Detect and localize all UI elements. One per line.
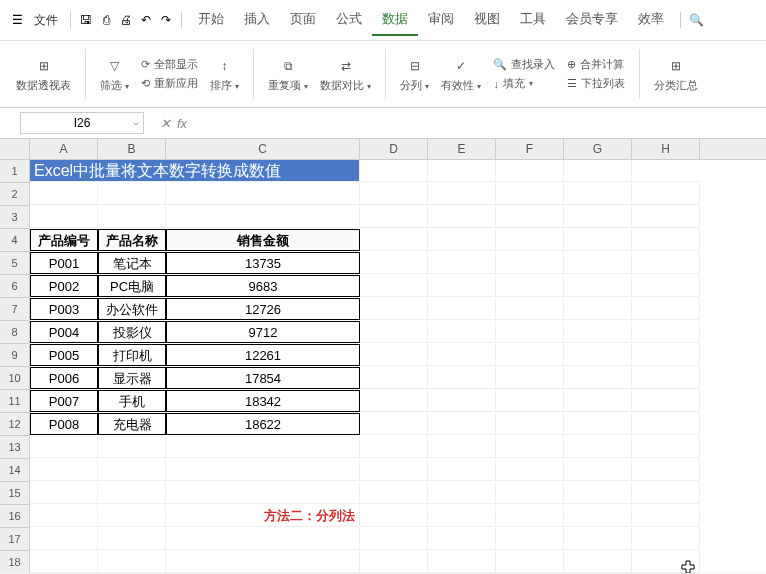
row-header-10[interactable]: 10 (0, 367, 30, 390)
cell[interactable] (496, 206, 564, 228)
cell[interactable] (360, 206, 428, 228)
print-icon[interactable]: 🖨 (117, 11, 135, 29)
tab-2[interactable]: 页面 (280, 4, 326, 36)
cell[interactable] (98, 459, 166, 481)
row-header-1[interactable]: 1 (0, 160, 30, 183)
pivot-table-button[interactable]: ⊞ 数据透视表 (12, 54, 75, 95)
cell[interactable] (428, 413, 496, 435)
print-preview-icon[interactable]: ⎙ (97, 11, 115, 29)
cell[interactable] (496, 551, 564, 573)
cell[interactable] (360, 298, 428, 320)
row-header-5[interactable]: 5 (0, 252, 30, 275)
cell[interactable] (360, 275, 428, 297)
cell[interactable] (360, 229, 428, 251)
data-cell-name[interactable]: 办公软件 (98, 298, 166, 320)
cell[interactable] (632, 298, 700, 320)
data-compare-button[interactable]: ⇄ 数据对比 ▾ (316, 54, 375, 95)
cell[interactable] (564, 528, 632, 550)
data-cell-id[interactable]: P002 (30, 275, 98, 297)
cell[interactable] (632, 229, 700, 251)
data-cell-id[interactable]: P001 (30, 252, 98, 274)
split-columns-button[interactable]: ⊟ 分列 ▾ (396, 54, 433, 95)
data-cell-id[interactable]: P004 (30, 321, 98, 343)
cell[interactable] (564, 436, 632, 458)
cell[interactable] (496, 436, 564, 458)
cell[interactable] (428, 206, 496, 228)
show-all-button[interactable]: ⟳全部显示 (137, 56, 202, 73)
cell[interactable] (428, 160, 496, 182)
cell[interactable] (428, 367, 496, 389)
col-header-D[interactable]: D (360, 139, 428, 159)
tab-9[interactable]: 效率 (628, 4, 674, 36)
cell[interactable] (496, 367, 564, 389)
cell[interactable] (166, 528, 360, 550)
cell[interactable] (166, 183, 360, 205)
cell[interactable] (632, 344, 700, 366)
data-cell-amount[interactable]: 9683 (166, 275, 360, 297)
col-header-C[interactable]: C (166, 139, 360, 159)
data-cell-amount[interactable]: 17854 (166, 367, 360, 389)
cell[interactable] (360, 252, 428, 274)
method-text-cell[interactable]: 方法二：分列法 (166, 505, 360, 527)
cell[interactable] (496, 344, 564, 366)
tab-6[interactable]: 视图 (464, 4, 510, 36)
row-header-13[interactable]: 13 (0, 436, 30, 459)
subtotal-button[interactable]: ⊞ 分类汇总 (650, 54, 702, 95)
cell[interactable] (632, 505, 700, 527)
cell[interactable] (428, 275, 496, 297)
tab-4[interactable]: 数据 (372, 4, 418, 36)
cell[interactable] (428, 528, 496, 550)
data-cell-name[interactable]: 手机 (98, 390, 166, 412)
file-menu[interactable]: 文件 (28, 10, 64, 31)
cell[interactable] (98, 183, 166, 205)
cell[interactable] (428, 344, 496, 366)
filter-button[interactable]: ▽ 筛选 ▾ (96, 54, 133, 95)
cell[interactable] (632, 413, 700, 435)
cell[interactable] (98, 436, 166, 458)
col-header-B[interactable]: B (98, 139, 166, 159)
sort-button[interactable]: ↕ 排序 ▾ (206, 54, 243, 95)
cell[interactable] (632, 528, 700, 550)
row-header-4[interactable]: 4 (0, 229, 30, 252)
cell[interactable] (632, 436, 700, 458)
cell[interactable] (564, 229, 632, 251)
cell[interactable] (30, 528, 98, 550)
cell[interactable] (428, 505, 496, 527)
cell[interactable] (360, 505, 428, 527)
cell[interactable] (632, 183, 700, 205)
dropdown-list-button[interactable]: ☰下拉列表 (563, 75, 629, 92)
row-header-9[interactable]: 9 (0, 344, 30, 367)
cell[interactable] (496, 413, 564, 435)
data-cell-amount[interactable]: 18342 (166, 390, 360, 412)
cell[interactable] (30, 505, 98, 527)
data-cell-amount[interactable]: 9712 (166, 321, 360, 343)
cell[interactable] (428, 183, 496, 205)
cell[interactable] (98, 551, 166, 573)
find-record-button[interactable]: 🔍查找录入 (489, 56, 559, 73)
cell[interactable] (564, 160, 632, 182)
fill-button[interactable]: ↓填充 ▾ (489, 75, 559, 92)
cell[interactable] (30, 183, 98, 205)
validation-button[interactable]: ✓ 有效性 ▾ (437, 54, 485, 95)
title-cell[interactable]: Excel中批量将文本数字转换成数值 (30, 160, 360, 182)
cell[interactable] (428, 436, 496, 458)
cell[interactable] (428, 298, 496, 320)
data-cell-id[interactable]: P003 (30, 298, 98, 320)
cell[interactable] (360, 436, 428, 458)
row-header-3[interactable]: 3 (0, 206, 30, 229)
cell[interactable] (564, 252, 632, 274)
cell[interactable] (360, 160, 428, 182)
cell[interactable] (98, 206, 166, 228)
cell[interactable] (496, 321, 564, 343)
data-cell-name[interactable]: 显示器 (98, 367, 166, 389)
cell[interactable] (360, 482, 428, 504)
cell[interactable] (496, 160, 564, 182)
cell[interactable] (564, 459, 632, 481)
cell[interactable] (632, 160, 700, 182)
cell[interactable] (564, 344, 632, 366)
cell[interactable] (496, 252, 564, 274)
cell[interactable] (98, 505, 166, 527)
cell[interactable] (428, 229, 496, 251)
cell[interactable] (30, 436, 98, 458)
cell[interactable] (496, 275, 564, 297)
